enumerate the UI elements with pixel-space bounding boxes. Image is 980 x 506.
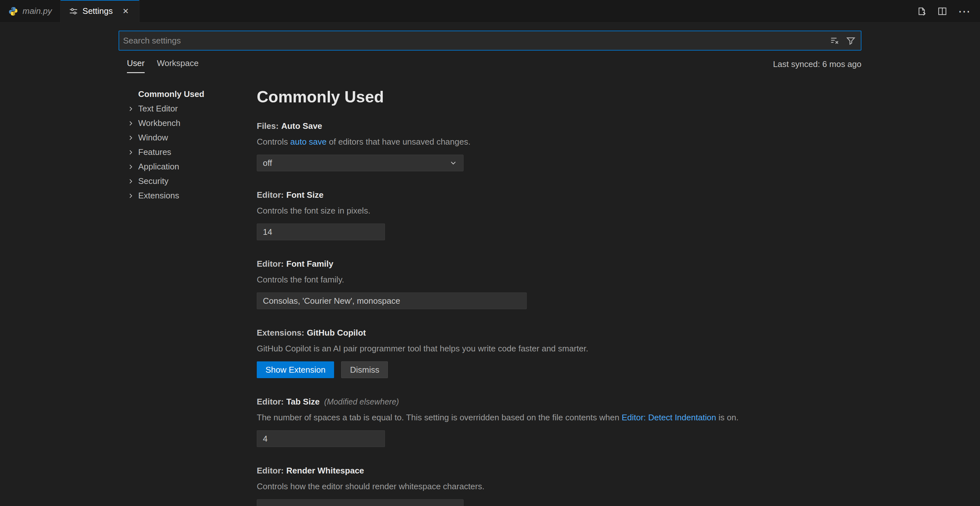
search-actions bbox=[830, 36, 856, 45]
setting-name: Auto Save bbox=[281, 121, 322, 131]
setting-editor-tab-size: Editor:Tab Size(Modified elsewhere) The … bbox=[257, 396, 861, 447]
setting-name: Font Size bbox=[286, 190, 324, 200]
setting-description: GitHub Copilot is an AI pair programmer … bbox=[257, 343, 861, 354]
clear-search-results-icon[interactable] bbox=[830, 36, 840, 45]
tab-main-py[interactable]: main.py bbox=[0, 0, 60, 22]
setting-name: GitHub Copilot bbox=[307, 328, 366, 337]
setting-category: Editor: bbox=[257, 190, 284, 200]
toc-item-workbench[interactable]: Workbench bbox=[127, 116, 257, 130]
setting-editor-render-whitespace: Editor:Render Whitespace Controls how th… bbox=[257, 465, 861, 506]
page-title: Commonly Used bbox=[257, 87, 861, 107]
chevron-right-icon bbox=[127, 105, 138, 113]
settings-scope-row: User Workspace Last synced: 6 mos ago bbox=[119, 58, 861, 73]
split-editor-icon[interactable] bbox=[937, 6, 947, 16]
auto-save-link[interactable]: auto save bbox=[290, 137, 327, 146]
setting-editor-font-size: Editor:Font Size Controls the font size … bbox=[257, 189, 861, 240]
toc-item-commonly-used[interactable]: Commonly Used bbox=[127, 87, 257, 102]
setting-files-auto-save: Files:Auto Save Controls auto save of ed… bbox=[257, 121, 861, 171]
setting-extensions-github-copilot: Extensions:GitHub Copilot GitHub Copilot… bbox=[257, 327, 861, 378]
scope-tab-workspace[interactable]: Workspace bbox=[157, 58, 199, 73]
toc-item-security[interactable]: Security bbox=[127, 174, 257, 188]
close-icon[interactable]: ✕ bbox=[121, 6, 131, 16]
settings-content: Commonly Used Files:Auto Save Controls a… bbox=[257, 87, 861, 506]
open-settings-json-icon[interactable] bbox=[917, 6, 926, 16]
setting-description: The number of spaces a tab is equal to. … bbox=[257, 412, 861, 423]
modified-elsewhere-annotation: (Modified elsewhere) bbox=[324, 397, 399, 406]
tab-size-input[interactable] bbox=[257, 430, 385, 447]
tab-label: Settings bbox=[83, 6, 113, 16]
settings-sliders-icon bbox=[69, 7, 78, 16]
editor-tab-bar: main.py Settings ✕ ⋯ bbox=[0, 0, 980, 22]
setting-category: Extensions: bbox=[257, 328, 304, 337]
show-extension-button[interactable]: Show Extension bbox=[257, 361, 334, 378]
chevron-right-icon bbox=[127, 148, 138, 156]
editor-actions: ⋯ bbox=[917, 0, 980, 22]
tab-label: main.py bbox=[22, 6, 52, 16]
tab-settings[interactable]: Settings ✕ bbox=[60, 0, 140, 22]
chevron-right-icon bbox=[127, 163, 138, 171]
settings-toc: Commonly Used Text Editor Workbench bbox=[119, 87, 257, 506]
toc-item-features[interactable]: Features bbox=[127, 145, 257, 159]
chevron-right-icon bbox=[127, 177, 138, 185]
toc-item-application[interactable]: Application bbox=[127, 159, 257, 174]
setting-name: Render Whitespace bbox=[286, 466, 364, 476]
font-size-input[interactable] bbox=[257, 224, 385, 240]
auto-save-select[interactable]: off bbox=[257, 154, 464, 171]
detect-indentation-link[interactable]: Editor: Detect Indentation bbox=[622, 412, 716, 422]
setting-description: Controls the font family. bbox=[257, 274, 861, 285]
scope-tab-user[interactable]: User bbox=[127, 58, 145, 73]
last-synced-label: Last synced: 6 mos ago bbox=[773, 59, 861, 73]
setting-category: Editor: bbox=[257, 397, 284, 406]
filter-settings-icon[interactable] bbox=[846, 36, 856, 45]
select-value: off bbox=[263, 158, 272, 168]
setting-description: Controls auto save of editors that have … bbox=[257, 136, 861, 148]
settings-search-bar bbox=[119, 30, 861, 51]
dismiss-button[interactable]: Dismiss bbox=[341, 361, 388, 378]
python-icon bbox=[8, 6, 18, 16]
chevron-right-icon bbox=[127, 119, 138, 127]
chevron-right-icon bbox=[127, 192, 138, 200]
setting-description: Controls how the editor should render wh… bbox=[257, 481, 861, 492]
chevron-down-icon bbox=[449, 159, 457, 167]
setting-editor-font-family: Editor:Font Family Controls the font fam… bbox=[257, 258, 861, 309]
toc-item-extensions[interactable]: Extensions bbox=[127, 188, 257, 203]
setting-name: Tab Size bbox=[286, 397, 320, 406]
render-whitespace-select[interactable] bbox=[257, 499, 464, 506]
chevron-right-icon bbox=[127, 134, 138, 142]
setting-category: Editor: bbox=[257, 466, 284, 476]
search-settings-input[interactable] bbox=[123, 36, 830, 46]
chevron-down-icon bbox=[449, 503, 457, 506]
settings-editor: User Workspace Last synced: 6 mos ago Co… bbox=[0, 30, 980, 506]
font-family-input[interactable] bbox=[257, 293, 527, 309]
setting-description: Controls the font size in pixels. bbox=[257, 205, 861, 216]
toc-item-text-editor[interactable]: Text Editor bbox=[127, 102, 257, 116]
setting-category: Editor: bbox=[257, 259, 284, 269]
more-actions-icon[interactable]: ⋯ bbox=[958, 5, 970, 18]
setting-name: Font Family bbox=[286, 259, 333, 269]
setting-category: Files: bbox=[257, 121, 278, 131]
toc-item-window[interactable]: Window bbox=[127, 130, 257, 145]
